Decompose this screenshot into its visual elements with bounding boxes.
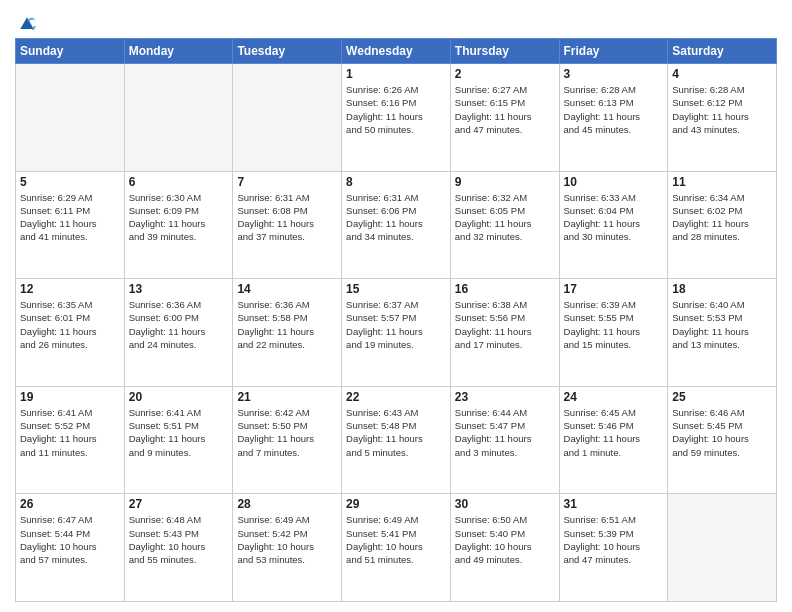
cell-text: Sunrise: 6:51 AM Sunset: 5:39 PM Dayligh… bbox=[564, 513, 664, 566]
header bbox=[15, 10, 777, 32]
calendar-cell: 25Sunrise: 6:46 AM Sunset: 5:45 PM Dayli… bbox=[668, 386, 777, 494]
calendar-cell: 31Sunrise: 6:51 AM Sunset: 5:39 PM Dayli… bbox=[559, 494, 668, 602]
day-number: 6 bbox=[129, 175, 229, 189]
cell-text: Sunrise: 6:38 AM Sunset: 5:56 PM Dayligh… bbox=[455, 298, 555, 351]
cell-text: Sunrise: 6:28 AM Sunset: 6:12 PM Dayligh… bbox=[672, 83, 772, 136]
cell-text: Sunrise: 6:42 AM Sunset: 5:50 PM Dayligh… bbox=[237, 406, 337, 459]
calendar-cell: 27Sunrise: 6:48 AM Sunset: 5:43 PM Dayli… bbox=[124, 494, 233, 602]
cell-text: Sunrise: 6:35 AM Sunset: 6:01 PM Dayligh… bbox=[20, 298, 120, 351]
day-number: 17 bbox=[564, 282, 664, 296]
weekday-header-friday: Friday bbox=[559, 39, 668, 64]
day-number: 10 bbox=[564, 175, 664, 189]
day-number: 3 bbox=[564, 67, 664, 81]
day-number: 31 bbox=[564, 497, 664, 511]
cell-text: Sunrise: 6:45 AM Sunset: 5:46 PM Dayligh… bbox=[564, 406, 664, 459]
calendar-cell: 20Sunrise: 6:41 AM Sunset: 5:51 PM Dayli… bbox=[124, 386, 233, 494]
cell-text: Sunrise: 6:41 AM Sunset: 5:52 PM Dayligh… bbox=[20, 406, 120, 459]
cell-text: Sunrise: 6:40 AM Sunset: 5:53 PM Dayligh… bbox=[672, 298, 772, 351]
calendar-cell: 16Sunrise: 6:38 AM Sunset: 5:56 PM Dayli… bbox=[450, 279, 559, 387]
cell-text: Sunrise: 6:30 AM Sunset: 6:09 PM Dayligh… bbox=[129, 191, 229, 244]
cell-text: Sunrise: 6:36 AM Sunset: 5:58 PM Dayligh… bbox=[237, 298, 337, 351]
calendar-cell: 30Sunrise: 6:50 AM Sunset: 5:40 PM Dayli… bbox=[450, 494, 559, 602]
weekday-header-row: SundayMondayTuesdayWednesdayThursdayFrid… bbox=[16, 39, 777, 64]
calendar-cell: 23Sunrise: 6:44 AM Sunset: 5:47 PM Dayli… bbox=[450, 386, 559, 494]
calendar-cell: 12Sunrise: 6:35 AM Sunset: 6:01 PM Dayli… bbox=[16, 279, 125, 387]
day-number: 22 bbox=[346, 390, 446, 404]
weekday-header-saturday: Saturday bbox=[668, 39, 777, 64]
day-number: 8 bbox=[346, 175, 446, 189]
cell-text: Sunrise: 6:46 AM Sunset: 5:45 PM Dayligh… bbox=[672, 406, 772, 459]
calendar-cell: 21Sunrise: 6:42 AM Sunset: 5:50 PM Dayli… bbox=[233, 386, 342, 494]
cell-text: Sunrise: 6:32 AM Sunset: 6:05 PM Dayligh… bbox=[455, 191, 555, 244]
calendar-cell: 10Sunrise: 6:33 AM Sunset: 6:04 PM Dayli… bbox=[559, 171, 668, 279]
cell-text: Sunrise: 6:28 AM Sunset: 6:13 PM Dayligh… bbox=[564, 83, 664, 136]
day-number: 12 bbox=[20, 282, 120, 296]
cell-text: Sunrise: 6:37 AM Sunset: 5:57 PM Dayligh… bbox=[346, 298, 446, 351]
calendar-cell: 11Sunrise: 6:34 AM Sunset: 6:02 PM Dayli… bbox=[668, 171, 777, 279]
weekday-header-sunday: Sunday bbox=[16, 39, 125, 64]
calendar-cell: 22Sunrise: 6:43 AM Sunset: 5:48 PM Dayli… bbox=[342, 386, 451, 494]
calendar-cell: 6Sunrise: 6:30 AM Sunset: 6:09 PM Daylig… bbox=[124, 171, 233, 279]
cell-text: Sunrise: 6:36 AM Sunset: 6:00 PM Dayligh… bbox=[129, 298, 229, 351]
calendar-cell bbox=[124, 64, 233, 172]
calendar-table: SundayMondayTuesdayWednesdayThursdayFrid… bbox=[15, 38, 777, 602]
cell-text: Sunrise: 6:33 AM Sunset: 6:04 PM Dayligh… bbox=[564, 191, 664, 244]
calendar-week-1: 5Sunrise: 6:29 AM Sunset: 6:11 PM Daylig… bbox=[16, 171, 777, 279]
cell-text: Sunrise: 6:27 AM Sunset: 6:15 PM Dayligh… bbox=[455, 83, 555, 136]
calendar-cell: 3Sunrise: 6:28 AM Sunset: 6:13 PM Daylig… bbox=[559, 64, 668, 172]
day-number: 24 bbox=[564, 390, 664, 404]
calendar-cell bbox=[668, 494, 777, 602]
calendar-cell: 24Sunrise: 6:45 AM Sunset: 5:46 PM Dayli… bbox=[559, 386, 668, 494]
day-number: 2 bbox=[455, 67, 555, 81]
calendar-cell: 14Sunrise: 6:36 AM Sunset: 5:58 PM Dayli… bbox=[233, 279, 342, 387]
day-number: 18 bbox=[672, 282, 772, 296]
calendar-week-0: 1Sunrise: 6:26 AM Sunset: 6:16 PM Daylig… bbox=[16, 64, 777, 172]
day-number: 14 bbox=[237, 282, 337, 296]
day-number: 28 bbox=[237, 497, 337, 511]
day-number: 27 bbox=[129, 497, 229, 511]
cell-text: Sunrise: 6:47 AM Sunset: 5:44 PM Dayligh… bbox=[20, 513, 120, 566]
cell-text: Sunrise: 6:39 AM Sunset: 5:55 PM Dayligh… bbox=[564, 298, 664, 351]
calendar-cell: 19Sunrise: 6:41 AM Sunset: 5:52 PM Dayli… bbox=[16, 386, 125, 494]
calendar-cell: 15Sunrise: 6:37 AM Sunset: 5:57 PM Dayli… bbox=[342, 279, 451, 387]
day-number: 21 bbox=[237, 390, 337, 404]
cell-text: Sunrise: 6:44 AM Sunset: 5:47 PM Dayligh… bbox=[455, 406, 555, 459]
calendar-week-3: 19Sunrise: 6:41 AM Sunset: 5:52 PM Dayli… bbox=[16, 386, 777, 494]
calendar-cell: 4Sunrise: 6:28 AM Sunset: 6:12 PM Daylig… bbox=[668, 64, 777, 172]
calendar-cell: 13Sunrise: 6:36 AM Sunset: 6:00 PM Dayli… bbox=[124, 279, 233, 387]
day-number: 30 bbox=[455, 497, 555, 511]
weekday-header-monday: Monday bbox=[124, 39, 233, 64]
logo-icon bbox=[17, 14, 37, 34]
day-number: 25 bbox=[672, 390, 772, 404]
calendar-cell: 8Sunrise: 6:31 AM Sunset: 6:06 PM Daylig… bbox=[342, 171, 451, 279]
cell-text: Sunrise: 6:41 AM Sunset: 5:51 PM Dayligh… bbox=[129, 406, 229, 459]
day-number: 16 bbox=[455, 282, 555, 296]
day-number: 9 bbox=[455, 175, 555, 189]
calendar-week-4: 26Sunrise: 6:47 AM Sunset: 5:44 PM Dayli… bbox=[16, 494, 777, 602]
calendar-cell: 2Sunrise: 6:27 AM Sunset: 6:15 PM Daylig… bbox=[450, 64, 559, 172]
cell-text: Sunrise: 6:50 AM Sunset: 5:40 PM Dayligh… bbox=[455, 513, 555, 566]
page: SundayMondayTuesdayWednesdayThursdayFrid… bbox=[0, 0, 792, 612]
day-number: 29 bbox=[346, 497, 446, 511]
weekday-header-thursday: Thursday bbox=[450, 39, 559, 64]
cell-text: Sunrise: 6:26 AM Sunset: 6:16 PM Dayligh… bbox=[346, 83, 446, 136]
cell-text: Sunrise: 6:43 AM Sunset: 5:48 PM Dayligh… bbox=[346, 406, 446, 459]
cell-text: Sunrise: 6:29 AM Sunset: 6:11 PM Dayligh… bbox=[20, 191, 120, 244]
calendar-cell: 18Sunrise: 6:40 AM Sunset: 5:53 PM Dayli… bbox=[668, 279, 777, 387]
weekday-header-wednesday: Wednesday bbox=[342, 39, 451, 64]
calendar-cell: 26Sunrise: 6:47 AM Sunset: 5:44 PM Dayli… bbox=[16, 494, 125, 602]
cell-text: Sunrise: 6:31 AM Sunset: 6:08 PM Dayligh… bbox=[237, 191, 337, 244]
day-number: 1 bbox=[346, 67, 446, 81]
day-number: 15 bbox=[346, 282, 446, 296]
calendar-cell: 5Sunrise: 6:29 AM Sunset: 6:11 PM Daylig… bbox=[16, 171, 125, 279]
day-number: 23 bbox=[455, 390, 555, 404]
day-number: 4 bbox=[672, 67, 772, 81]
calendar-cell: 17Sunrise: 6:39 AM Sunset: 5:55 PM Dayli… bbox=[559, 279, 668, 387]
day-number: 7 bbox=[237, 175, 337, 189]
calendar-cell bbox=[16, 64, 125, 172]
day-number: 26 bbox=[20, 497, 120, 511]
calendar-cell: 29Sunrise: 6:49 AM Sunset: 5:41 PM Dayli… bbox=[342, 494, 451, 602]
cell-text: Sunrise: 6:49 AM Sunset: 5:42 PM Dayligh… bbox=[237, 513, 337, 566]
day-number: 19 bbox=[20, 390, 120, 404]
cell-text: Sunrise: 6:48 AM Sunset: 5:43 PM Dayligh… bbox=[129, 513, 229, 566]
